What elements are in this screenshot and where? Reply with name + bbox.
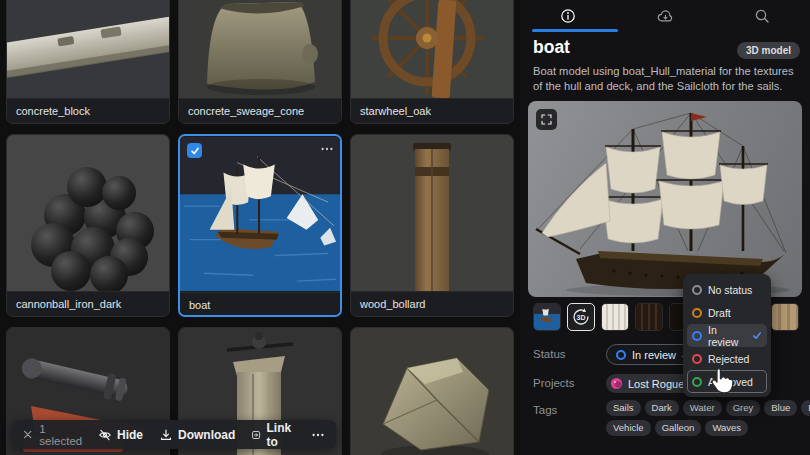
- link-to-button[interactable]: Link to: [251, 421, 295, 449]
- tab-info[interactable]: [520, 0, 617, 32]
- expand-icon: [541, 114, 552, 125]
- selected-checkbox[interactable]: [187, 143, 202, 158]
- thumb-tan-wood-texture[interactable]: [771, 303, 799, 331]
- tag-chip[interactable]: Grey: [726, 400, 761, 416]
- asset-card-rock[interactable]: [350, 327, 514, 455]
- starwheel-oak-thumbnail: [351, 0, 513, 98]
- tags-list: Sails Dark Water Grey Blue Boat Vehicle …: [606, 400, 806, 440]
- asset-card-boat[interactable]: boat: [178, 134, 342, 317]
- more-actions-button[interactable]: [311, 430, 325, 440]
- selection-bar: 1 selected Hide Download: [12, 420, 336, 449]
- model-3d-viewport[interactable]: [528, 101, 802, 297]
- selected-count: 1 selected: [39, 423, 84, 447]
- cannonball-iron-dark-thumbnail: [7, 135, 169, 291]
- tag-chip[interactable]: Dark: [645, 400, 679, 416]
- clear-selection-icon[interactable]: [23, 429, 32, 440]
- asset-card-starwheel-oak[interactable]: starwheel_oak: [350, 0, 514, 124]
- asset-name-label: boat: [180, 292, 340, 317]
- asset-name-label: cannonball_iron_dark: [7, 291, 169, 317]
- concrete-block-thumbnail: [7, 0, 169, 98]
- svg-text:3D: 3D: [577, 314, 586, 321]
- check-icon: [752, 330, 762, 341]
- detail-panel: boat 3D model Boat model using boat_Hull…: [520, 0, 810, 455]
- projects-field-label: Projects: [533, 377, 575, 389]
- tag-chip[interactable]: Boat: [801, 400, 810, 416]
- tags-field-label: Tags: [533, 404, 557, 416]
- asset-type-badge: 3D model: [737, 42, 800, 59]
- asset-name-label: concrete_block: [7, 98, 169, 124]
- asset-name-label: wood_bollard: [351, 291, 513, 317]
- tag-chip[interactable]: Galleon: [655, 420, 702, 436]
- status-dot-gray: [692, 285, 702, 295]
- wood-bollard-thumbnail: [351, 135, 513, 291]
- ellipsis-icon: [311, 430, 325, 440]
- more-options-icon[interactable]: [320, 140, 334, 158]
- status-field-label: Status: [533, 348, 566, 360]
- project-chip-lost-rogue[interactable]: Lost Rogue: [606, 374, 693, 393]
- asset-card-concrete-sweage-cone[interactable]: concrete_sweage_cone: [178, 0, 342, 124]
- panel-tabs: [520, 0, 810, 32]
- link-to-icon: [251, 428, 261, 442]
- asset-name-label: concrete_sweage_cone: [179, 98, 341, 124]
- thumb-sailcloth-texture[interactable]: [601, 303, 629, 331]
- status-option-in-review[interactable]: In review: [687, 324, 767, 347]
- rotate-3d-icon: 3D: [568, 304, 594, 330]
- tag-chip[interactable]: Vehicle: [606, 420, 651, 436]
- status-dot-amber: [692, 308, 702, 318]
- eye-off-icon: [98, 428, 112, 442]
- project-avatar-icon: [610, 377, 623, 390]
- tag-chip[interactable]: Sails: [606, 400, 641, 416]
- tab-cloud-sync[interactable]: [617, 0, 714, 32]
- tag-chip[interactable]: Water: [683, 400, 722, 416]
- check-icon: [190, 146, 200, 156]
- asset-card-wood-bollard[interactable]: wood_bollard: [350, 134, 514, 317]
- cursor-pointer: [706, 366, 736, 398]
- status-dot-green: [692, 377, 702, 387]
- info-icon: [560, 8, 576, 24]
- cloud-download-icon: [657, 9, 674, 24]
- asset-card-cannonball-iron-dark[interactable]: cannonball_iron_dark: [6, 134, 170, 317]
- tag-chip[interactable]: Blue: [764, 400, 797, 416]
- asset-title: boat: [533, 37, 570, 58]
- asset-manager-app: concrete_block concrete_sweage_cone: [0, 0, 810, 455]
- thumb-3d-rotate[interactable]: 3D: [567, 303, 595, 331]
- asset-description: Boat model using boat_Hull_material for …: [533, 64, 799, 95]
- asset-grid: concrete_block concrete_sweage_cone: [0, 0, 520, 455]
- active-tab-indicator: [532, 29, 618, 32]
- fullscreen-button[interactable]: [536, 109, 557, 130]
- thumb-boat-render[interactable]: [533, 303, 561, 331]
- boat-thumbnail: [180, 136, 340, 292]
- status-dot-in-review: [616, 350, 626, 360]
- thumb-dark-wood-texture[interactable]: [635, 303, 663, 331]
- status-dot-red: [692, 354, 702, 364]
- status-option-no-status[interactable]: No status: [687, 278, 767, 301]
- rock-thumbnail: [351, 328, 513, 455]
- asset-name-label: starwheel_oak: [351, 98, 513, 124]
- concrete-sweage-cone-thumbnail: [179, 0, 341, 98]
- download-button[interactable]: Download: [159, 428, 235, 442]
- tab-search[interactable]: [713, 0, 810, 32]
- ship-render: [528, 101, 802, 297]
- status-option-draft[interactable]: Draft: [687, 301, 767, 324]
- search-icon: [754, 8, 770, 24]
- status-dot-blue: [692, 331, 702, 341]
- download-icon: [159, 428, 173, 442]
- tag-chip[interactable]: Waves: [705, 420, 748, 436]
- asset-card-concrete-block[interactable]: concrete_block: [6, 0, 170, 124]
- hide-button[interactable]: Hide: [98, 428, 143, 442]
